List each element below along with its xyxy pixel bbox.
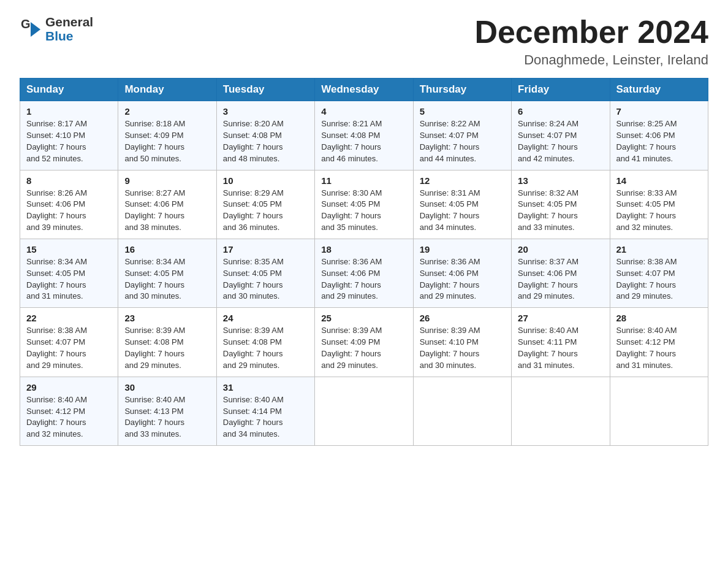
day-info: Sunrise: 8:38 AM Sunset: 4:07 PM Dayligh… (616, 256, 702, 302)
day-cell: 25Sunrise: 8:39 AM Sunset: 4:09 PM Dayli… (315, 308, 413, 377)
day-number: 14 (616, 175, 702, 186)
day-info: Sunrise: 8:39 AM Sunset: 4:10 PM Dayligh… (420, 325, 505, 371)
day-number: 1 (26, 106, 112, 117)
day-info: Sunrise: 8:26 AM Sunset: 4:06 PM Dayligh… (26, 188, 112, 234)
day-info: Sunrise: 8:38 AM Sunset: 4:07 PM Dayligh… (26, 325, 112, 371)
day-info: Sunrise: 8:22 AM Sunset: 4:07 PM Dayligh… (420, 118, 505, 164)
day-info: Sunrise: 8:36 AM Sunset: 4:06 PM Dayligh… (420, 256, 505, 302)
day-number: 21 (616, 244, 702, 255)
calendar-body: 1Sunrise: 8:17 AM Sunset: 4:10 PM Daylig… (20, 101, 708, 446)
day-number: 11 (321, 175, 406, 186)
day-cell (315, 377, 413, 445)
logo-text: General Blue (45, 15, 93, 43)
day-number: 20 (518, 244, 603, 255)
day-number: 2 (124, 106, 210, 117)
day-number: 5 (420, 106, 505, 117)
day-cell: 24Sunrise: 8:39 AM Sunset: 4:08 PM Dayli… (216, 308, 314, 377)
month-title: December 2024 (474, 15, 708, 50)
svg-marker-1 (31, 22, 40, 37)
day-info: Sunrise: 8:17 AM Sunset: 4:10 PM Dayligh… (26, 118, 112, 164)
day-info: Sunrise: 8:25 AM Sunset: 4:06 PM Dayligh… (616, 118, 702, 164)
day-cell: 20Sunrise: 8:37 AM Sunset: 4:06 PM Dayli… (512, 239, 610, 307)
calendar-table: SundayMondayTuesdayWednesdayThursdayFrid… (20, 78, 708, 446)
day-info: Sunrise: 8:40 AM Sunset: 4:14 PM Dayligh… (223, 394, 308, 440)
header-row: SundayMondayTuesdayWednesdayThursdayFrid… (20, 79, 708, 101)
day-cell: 1Sunrise: 8:17 AM Sunset: 4:10 PM Daylig… (20, 101, 118, 170)
day-cell: 15Sunrise: 8:34 AM Sunset: 4:05 PM Dayli… (20, 239, 118, 307)
day-number: 13 (518, 175, 603, 186)
day-cell: 19Sunrise: 8:36 AM Sunset: 4:06 PM Dayli… (413, 239, 511, 307)
day-number: 31 (223, 382, 308, 393)
day-cell: 28Sunrise: 8:40 AM Sunset: 4:12 PM Dayli… (610, 308, 708, 377)
day-number: 22 (26, 313, 112, 323)
day-number: 12 (420, 175, 505, 186)
logo: G General Blue (20, 15, 93, 43)
day-info: Sunrise: 8:20 AM Sunset: 4:08 PM Dayligh… (223, 118, 308, 164)
day-info: Sunrise: 8:39 AM Sunset: 4:08 PM Dayligh… (124, 325, 210, 371)
column-header-tuesday: Tuesday (216, 79, 314, 101)
day-info: Sunrise: 8:24 AM Sunset: 4:07 PM Dayligh… (518, 118, 603, 164)
day-info: Sunrise: 8:40 AM Sunset: 4:12 PM Dayligh… (26, 394, 112, 440)
day-info: Sunrise: 8:18 AM Sunset: 4:09 PM Dayligh… (124, 118, 210, 164)
title-block: December 2024 Donaghmede, Leinster, Irel… (474, 15, 708, 68)
day-info: Sunrise: 8:29 AM Sunset: 4:05 PM Dayligh… (223, 188, 308, 234)
day-number: 6 (518, 106, 603, 117)
day-number: 18 (321, 244, 406, 255)
day-info: Sunrise: 8:40 AM Sunset: 4:11 PM Dayligh… (518, 325, 603, 371)
column-header-saturday: Saturday (610, 79, 708, 101)
day-cell: 23Sunrise: 8:39 AM Sunset: 4:08 PM Dayli… (118, 308, 216, 377)
week-row-4: 22Sunrise: 8:38 AM Sunset: 4:07 PM Dayli… (20, 308, 708, 377)
logo-triangle-icon: G (20, 16, 43, 42)
day-info: Sunrise: 8:37 AM Sunset: 4:06 PM Dayligh… (518, 256, 603, 302)
logo-general-text: General (45, 15, 93, 29)
week-row-2: 8Sunrise: 8:26 AM Sunset: 4:06 PM Daylig… (20, 170, 708, 239)
day-number: 4 (321, 106, 406, 117)
day-cell: 17Sunrise: 8:35 AM Sunset: 4:05 PM Dayli… (216, 239, 314, 307)
page-header: G General Blue December 2024 Donaghmede,… (20, 15, 708, 68)
svg-text:G: G (21, 17, 31, 31)
day-info: Sunrise: 8:32 AM Sunset: 4:05 PM Dayligh… (518, 188, 603, 234)
day-cell: 14Sunrise: 8:33 AM Sunset: 4:05 PM Dayli… (610, 170, 708, 239)
day-cell: 9Sunrise: 8:27 AM Sunset: 4:06 PM Daylig… (118, 170, 216, 239)
column-header-monday: Monday (118, 79, 216, 101)
day-cell (610, 377, 708, 445)
day-number: 30 (124, 382, 210, 393)
day-number: 25 (321, 313, 406, 323)
day-info: Sunrise: 8:39 AM Sunset: 4:08 PM Dayligh… (223, 325, 308, 371)
day-info: Sunrise: 8:35 AM Sunset: 4:05 PM Dayligh… (223, 256, 308, 302)
day-number: 26 (420, 313, 505, 323)
location-subtitle: Donaghmede, Leinster, Ireland (474, 52, 708, 68)
day-number: 16 (124, 244, 210, 255)
day-number: 24 (223, 313, 308, 323)
day-cell: 7Sunrise: 8:25 AM Sunset: 4:06 PM Daylig… (610, 101, 708, 170)
column-header-sunday: Sunday (20, 79, 118, 101)
day-info: Sunrise: 8:21 AM Sunset: 4:08 PM Dayligh… (321, 118, 406, 164)
logo-blue-text: Blue (45, 29, 74, 43)
day-info: Sunrise: 8:40 AM Sunset: 4:13 PM Dayligh… (124, 394, 210, 440)
day-cell: 13Sunrise: 8:32 AM Sunset: 4:05 PM Dayli… (512, 170, 610, 239)
column-header-thursday: Thursday (413, 79, 511, 101)
week-row-5: 29Sunrise: 8:40 AM Sunset: 4:12 PM Dayli… (20, 377, 708, 445)
day-cell (512, 377, 610, 445)
day-cell: 26Sunrise: 8:39 AM Sunset: 4:10 PM Dayli… (413, 308, 511, 377)
day-info: Sunrise: 8:31 AM Sunset: 4:05 PM Dayligh… (420, 188, 505, 234)
day-info: Sunrise: 8:30 AM Sunset: 4:05 PM Dayligh… (321, 188, 406, 234)
day-number: 10 (223, 175, 308, 186)
day-cell: 31Sunrise: 8:40 AM Sunset: 4:14 PM Dayli… (216, 377, 314, 445)
week-row-3: 15Sunrise: 8:34 AM Sunset: 4:05 PM Dayli… (20, 239, 708, 307)
day-cell: 5Sunrise: 8:22 AM Sunset: 4:07 PM Daylig… (413, 101, 511, 170)
column-header-wednesday: Wednesday (315, 79, 413, 101)
day-cell: 8Sunrise: 8:26 AM Sunset: 4:06 PM Daylig… (20, 170, 118, 239)
day-number: 28 (616, 313, 702, 323)
day-info: Sunrise: 8:40 AM Sunset: 4:12 PM Dayligh… (616, 325, 702, 371)
day-number: 15 (26, 244, 112, 255)
day-cell: 2Sunrise: 8:18 AM Sunset: 4:09 PM Daylig… (118, 101, 216, 170)
calendar-header: SundayMondayTuesdayWednesdayThursdayFrid… (20, 79, 708, 101)
day-cell: 29Sunrise: 8:40 AM Sunset: 4:12 PM Dayli… (20, 377, 118, 445)
day-number: 3 (223, 106, 308, 117)
day-info: Sunrise: 8:39 AM Sunset: 4:09 PM Dayligh… (321, 325, 406, 371)
day-number: 7 (616, 106, 702, 117)
day-number: 23 (124, 313, 210, 323)
day-cell: 30Sunrise: 8:40 AM Sunset: 4:13 PM Dayli… (118, 377, 216, 445)
day-number: 17 (223, 244, 308, 255)
